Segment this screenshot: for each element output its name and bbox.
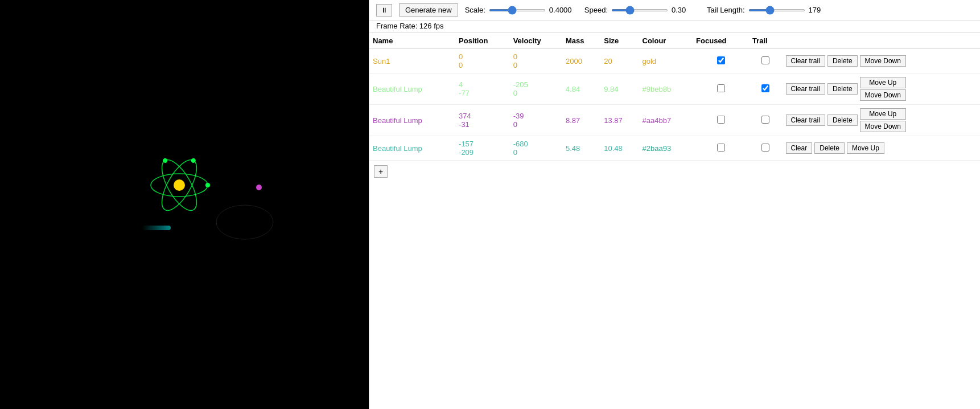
- body-colour: #aa4bb7: [639, 105, 693, 136]
- trail-checkbox[interactable]: [761, 56, 769, 64]
- svg-point-3: [205, 183, 210, 187]
- move-down-button[interactable]: Move Down: [860, 121, 906, 132]
- body-velocity: -6800: [510, 136, 562, 161]
- body-position: 00: [455, 49, 510, 73]
- clear-trail-button[interactable]: Clear trail: [786, 114, 825, 126]
- move-down-button[interactable]: Move Down: [860, 55, 906, 67]
- delete-button[interactable]: Delete: [827, 55, 858, 67]
- table-row: Beautiful Lump-157-209-68005.4810.48#2ba…: [369, 136, 980, 161]
- speed-group: Speed: 0.30: [584, 6, 700, 14]
- move-buttons: Move UpMove Down: [860, 108, 906, 132]
- move-buttons: Move Up: [847, 142, 884, 154]
- focused-cell[interactable]: [693, 73, 749, 105]
- trail-checkbox[interactable]: [761, 144, 769, 152]
- trail-checkbox[interactable]: [761, 116, 769, 124]
- trail-cell[interactable]: [749, 73, 783, 105]
- body-size: 10.48: [600, 136, 639, 161]
- pause-button[interactable]: ⏸: [376, 4, 392, 17]
- focused-cell[interactable]: [693, 136, 749, 161]
- focused-checkbox[interactable]: [717, 56, 725, 64]
- body-mass: 5.48: [562, 136, 600, 161]
- actions-cell: Clear trailDeleteMove UpMove Down: [783, 105, 980, 136]
- focused-checkbox[interactable]: [717, 84, 725, 92]
- move-down-button[interactable]: Move Down: [860, 89, 906, 101]
- table-row: Beautiful Lump4-77-20504.849.84#9beb8bCl…: [369, 73, 980, 105]
- actions-cell: Clear trailDeleteMove UpMove Down: [783, 73, 980, 105]
- tail-length-slider[interactable]: [748, 9, 805, 11]
- body-table: Name Position Velocity Mass Size Colour …: [369, 33, 980, 161]
- body-colour: #9beb8b: [639, 73, 693, 105]
- scale-label: Scale:: [465, 6, 485, 14]
- move-buttons: Move Down: [860, 55, 906, 67]
- atom-graphic: [145, 151, 213, 219]
- focused-cell[interactable]: [693, 105, 749, 136]
- body-velocity: 00: [510, 49, 562, 73]
- body-velocity: -2050: [510, 73, 562, 105]
- ghost-trail: [211, 188, 279, 256]
- clear-trail-button[interactable]: Clear trail: [786, 83, 825, 95]
- actions-cell: Clear trailDeleteMove Down: [783, 49, 980, 73]
- trail-checkbox[interactable]: [761, 84, 769, 92]
- body-size: 20: [600, 49, 639, 73]
- col-header-name: Name: [369, 33, 455, 49]
- col-header-position: Position: [455, 33, 510, 49]
- scale-slider[interactable]: [489, 9, 546, 11]
- body-mass: 4.84: [562, 73, 600, 105]
- speed-value: 0.30: [672, 6, 700, 14]
- simulation-canvas: [0, 0, 369, 409]
- col-header-velocity: Velocity: [510, 33, 562, 49]
- delete-button[interactable]: Delete: [814, 142, 845, 154]
- move-up-button[interactable]: Move Up: [860, 77, 906, 88]
- speed-label: Speed:: [584, 6, 608, 14]
- svg-point-6: [174, 179, 185, 191]
- trail-cell[interactable]: [749, 105, 783, 136]
- add-body-button[interactable]: +: [374, 165, 388, 178]
- move-buttons: Move UpMove Down: [860, 77, 906, 101]
- body-position: -157-209: [455, 136, 510, 161]
- frame-rate-display: Frame Rate: 126 fps: [369, 21, 980, 33]
- body-name: Sun1: [369, 49, 455, 73]
- tail-length-value: 179: [809, 6, 837, 14]
- body-name: Beautiful Lump: [369, 136, 455, 161]
- delete-button[interactable]: Delete: [827, 83, 858, 95]
- col-header-actions: [783, 33, 980, 49]
- focused-cell[interactable]: [693, 49, 749, 73]
- body-colour: #2baa93: [639, 136, 693, 161]
- svg-point-7: [216, 205, 273, 239]
- tail-length-group: Tail Length: 179: [707, 6, 837, 14]
- top-bar: ⏸ Generate new Scale: 0.4000 Speed: 0.30…: [369, 0, 980, 21]
- move-up-button[interactable]: Move Up: [860, 108, 906, 120]
- clear-trail-button[interactable]: Clear trail: [786, 55, 825, 67]
- col-header-trail: Trail: [749, 33, 783, 49]
- body-mass: 8.87: [562, 105, 600, 136]
- body-mass: 2000: [562, 49, 600, 73]
- body-name: Beautiful Lump: [369, 73, 455, 105]
- focused-checkbox[interactable]: [717, 144, 725, 152]
- col-header-colour: Colour: [639, 33, 693, 49]
- trail-cell[interactable]: [749, 49, 783, 73]
- body-size: 9.84: [600, 73, 639, 105]
- body-position: 4-77: [455, 73, 510, 105]
- clear-trail-button[interactable]: Clear: [786, 142, 813, 154]
- focused-checkbox[interactable]: [717, 116, 725, 124]
- speed-slider[interactable]: [611, 9, 668, 11]
- scale-value: 0.4000: [549, 6, 578, 14]
- col-header-mass: Mass: [562, 33, 600, 49]
- table-row: Beautiful Lump374-31-3908.8713.87#aa4bb7…: [369, 105, 980, 136]
- trail-cell[interactable]: [749, 136, 783, 161]
- body-position: 374-31: [455, 105, 510, 136]
- generate-new-button[interactable]: Generate new: [399, 3, 458, 17]
- scale-group: Scale: 0.4000: [465, 6, 578, 14]
- body-colour: gold: [639, 49, 693, 73]
- control-panel: ⏸ Generate new Scale: 0.4000 Speed: 0.30…: [369, 0, 980, 409]
- move-up-button[interactable]: Move Up: [847, 142, 884, 154]
- tail-length-label: Tail Length:: [707, 6, 745, 14]
- table-row: Sun10000200020goldClear trailDeleteMove …: [369, 49, 980, 73]
- body-size: 13.87: [600, 105, 639, 136]
- body-velocity: -390: [510, 105, 562, 136]
- actions-cell: ClearDeleteMove Up: [783, 136, 980, 161]
- body-name: Beautiful Lump: [369, 105, 455, 136]
- teal-trail: [142, 226, 171, 230]
- col-header-size: Size: [600, 33, 639, 49]
- delete-button[interactable]: Delete: [827, 114, 858, 126]
